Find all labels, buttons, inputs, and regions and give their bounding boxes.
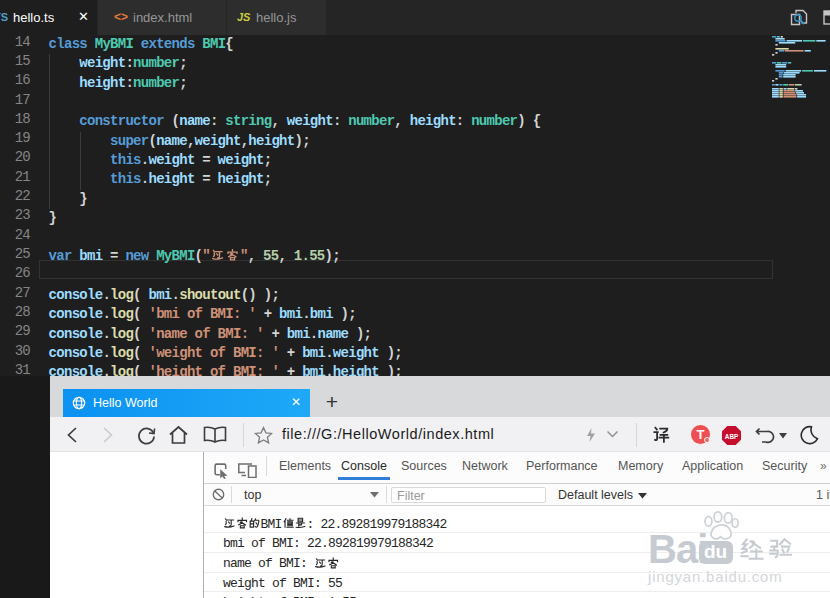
svg-text:ABP: ABP	[725, 433, 738, 440]
